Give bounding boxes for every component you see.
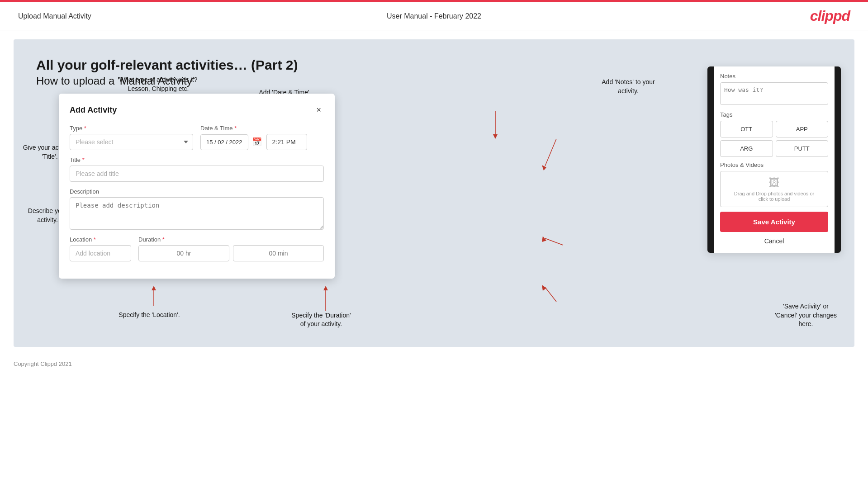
description-label: Description xyxy=(70,188,324,195)
svg-marker-15 xyxy=(493,134,498,139)
duration-hr-input[interactable] xyxy=(138,245,229,261)
svg-marker-11 xyxy=(152,286,156,290)
svg-line-20 xyxy=(545,287,556,302)
type-select[interactable]: Please select xyxy=(70,134,193,150)
svg-marker-13 xyxy=(323,286,328,290)
duration-min-input[interactable] xyxy=(233,245,324,261)
required-star: * xyxy=(84,125,86,132)
time-input[interactable] xyxy=(266,134,307,150)
logo: clippd xyxy=(810,8,850,24)
duration-label: Duration * xyxy=(138,236,324,243)
location-duration-row: Location * Duration * xyxy=(70,236,324,261)
location-label: Location * xyxy=(70,236,131,243)
copyright: Copyright Clippd 2021 xyxy=(14,360,72,367)
svg-line-16 xyxy=(545,139,556,166)
footer: Copyright Clippd 2021 xyxy=(0,356,868,372)
required-star4: * xyxy=(94,236,96,243)
tags-label: Tags xyxy=(720,111,828,118)
phone-right-bar xyxy=(835,66,841,253)
photo-icon: 🖼 xyxy=(769,176,780,189)
datetime-group: Date & Time * 15 / 02 / 2022 📅 xyxy=(200,125,324,150)
duration-inputs xyxy=(138,245,324,261)
datetime-label: Date & Time * xyxy=(200,125,324,132)
tag-arg[interactable]: ARG xyxy=(720,140,773,157)
location-group: Location * xyxy=(70,236,131,261)
title-label: Title * xyxy=(70,156,324,163)
annotation-what-type: What type of activity was it? Lesson, Ch… xyxy=(113,76,204,93)
description-textarea[interactable] xyxy=(70,197,324,230)
type-label: Type * xyxy=(70,125,193,132)
phone-inner: Notes Tags OTT APP ARG PUTT Photos & Vid… xyxy=(714,66,835,253)
description-group: Description xyxy=(70,188,324,230)
photo-upload-area[interactable]: 🖼 Drag and Drop photos and videos or cli… xyxy=(720,171,828,207)
type-datetime-row: Type * Please select Date & Time * 15 / … xyxy=(70,125,324,150)
phone-left-bar xyxy=(707,66,714,253)
tag-putt[interactable]: PUTT xyxy=(776,140,829,157)
photos-label: Photos & Videos xyxy=(720,161,828,168)
required-star3: * xyxy=(82,156,85,163)
duration-group: Duration * xyxy=(138,236,324,261)
cancel-button[interactable]: Cancel xyxy=(720,236,828,246)
dialog-header: Add Activity × xyxy=(70,104,324,116)
top-bar: Upload Manual Activity User Manual - Feb… xyxy=(0,2,868,30)
annotation-save-cancel: 'Save Activity' or 'Cancel' your changes… xyxy=(762,302,850,329)
type-group: Type * Please select xyxy=(70,125,193,150)
datetime-inputs: 15 / 02 / 2022 📅 xyxy=(200,134,324,150)
upload-title: Upload Manual Activity xyxy=(18,12,91,20)
required-star2: * xyxy=(234,125,237,132)
tag-ott[interactable]: OTT xyxy=(720,121,773,137)
svg-line-18 xyxy=(545,238,563,245)
notes-label: Notes xyxy=(720,73,828,80)
annotation-duration: Specify the 'Duration' of your activity. xyxy=(271,311,371,329)
manual-title: User Manual - February 2022 xyxy=(387,12,481,20)
calendar-icon: 📅 xyxy=(252,137,262,147)
main-content: All your golf-relevant activities… (Part… xyxy=(14,39,854,347)
date-input[interactable]: 15 / 02 / 2022 xyxy=(200,134,248,150)
svg-marker-21 xyxy=(542,285,546,291)
tag-app[interactable]: APP xyxy=(776,121,829,137)
dialog-title: Add Activity xyxy=(70,105,117,115)
annotation-notes: Add 'Notes' to your activity. xyxy=(592,78,664,95)
svg-marker-17 xyxy=(542,165,546,171)
title-group: Title * xyxy=(70,156,324,182)
tags-grid: OTT APP ARG PUTT xyxy=(720,121,828,157)
required-star5: * xyxy=(162,236,165,243)
svg-marker-19 xyxy=(542,236,546,242)
close-button[interactable]: × xyxy=(313,104,324,116)
location-input[interactable] xyxy=(70,245,131,261)
save-activity-button[interactable]: Save Activity xyxy=(720,212,828,232)
phone-panel: Notes Tags OTT APP ARG PUTT Photos & Vid… xyxy=(707,66,841,253)
add-activity-dialog: Add Activity × Type * Please select Date… xyxy=(59,94,335,279)
title-input[interactable] xyxy=(70,166,324,182)
upload-text: Drag and Drop photos and videos or click… xyxy=(734,191,814,202)
annotation-location: Specify the 'Location'. xyxy=(109,311,190,320)
notes-textarea[interactable] xyxy=(720,82,828,105)
